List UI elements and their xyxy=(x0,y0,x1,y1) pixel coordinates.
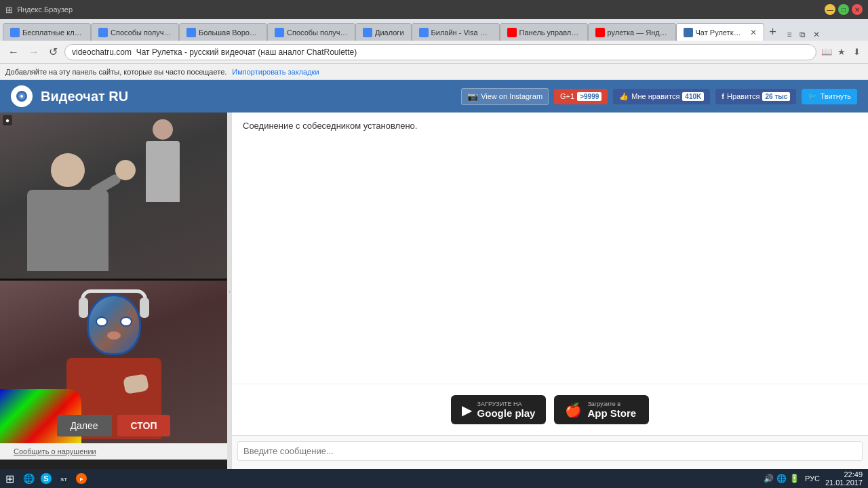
clock-date: 21.01.2017 xyxy=(825,479,863,487)
new-tab-button[interactable]: + xyxy=(764,23,782,41)
start-button[interactable]: ⊞ xyxy=(5,472,14,485)
stop-button[interactable]: СТОП xyxy=(117,415,171,436)
tab-label-3: Способы получен... xyxy=(287,28,348,37)
taskbar-icon-app[interactable]: F xyxy=(74,471,89,486)
refresh-button[interactable]: ↺ xyxy=(46,44,60,60)
remote-video-frame: ● xyxy=(0,113,227,279)
window-controls: — □ ✕ xyxy=(825,4,863,15)
video-controls: Далее СТОП xyxy=(0,415,227,436)
taskbar-icon-browser[interactable]: 🌐 xyxy=(21,471,36,486)
tab-0[interactable]: Бесплатные клю... xyxy=(3,23,91,41)
tab-label-1: Способы получен... xyxy=(111,28,172,37)
tab-3[interactable]: Способы получен... xyxy=(267,23,355,41)
tab-7[interactable]: рулетка — Яндекс... xyxy=(588,23,676,41)
taskbar-clock: 22:49 21.01.2017 xyxy=(825,470,863,487)
address-bar-icons: 📖 ★ ⬇ xyxy=(821,46,863,58)
taskbar-pinned-icons: 🌐 S ST F xyxy=(21,471,89,486)
bookmark-icon[interactable]: ★ xyxy=(835,46,848,58)
bookmarks-text: Добавляйте на эту панель сайты, которые … xyxy=(5,68,226,76)
tab-label-5: Билайн - Visa QI... xyxy=(431,28,492,37)
apple-icon: 🍎 xyxy=(565,402,582,418)
close-button[interactable]: ✕ xyxy=(852,4,863,15)
taskbar-right: 🔊 🌐 🔋 РУС 22:49 21.01.2017 xyxy=(764,470,863,487)
tab-4[interactable]: Диалоги xyxy=(355,23,412,41)
app-icon: F xyxy=(75,472,87,485)
page-content: Видеочат RU 📷 View on Instagram G+1 >999… xyxy=(0,80,868,469)
tab-6[interactable]: Панель управлен... xyxy=(500,23,588,41)
tray-icon-3: 🔋 xyxy=(789,474,800,483)
skype-icon: S xyxy=(40,472,52,485)
taskbar-icon-steam[interactable]: ST xyxy=(56,471,71,486)
window-close[interactable]: ✕ xyxy=(810,28,823,41)
tab-2[interactable]: Большая Ворон... xyxy=(179,23,267,41)
address-bar: ← → ↺ 📖 ★ ⬇ xyxy=(0,41,868,64)
url-input[interactable] xyxy=(64,44,816,60)
tab-label-7: рулетка — Яндекс... xyxy=(608,28,669,37)
header-actions: 📷 View on Instagram G+1 >9999 👍 Мне нрав… xyxy=(461,88,857,105)
browser-icon: ⊞ xyxy=(5,5,13,15)
minimize-button[interactable]: — xyxy=(825,4,835,15)
tab-favicon-2 xyxy=(186,28,196,37)
local-video: Далее СТОП xyxy=(0,281,227,443)
google-play-big-text: Google play xyxy=(477,407,536,419)
instagram-button[interactable]: 📷 View on Instagram xyxy=(461,88,549,105)
app-store-small-text: Загрузите в xyxy=(587,401,636,407)
chat-panel: Соединение с собеседником установлено. ▶… xyxy=(231,113,868,469)
forward-button[interactable]: → xyxy=(26,45,42,60)
google-play-small-text: ЗАГРУЗИТЕ НА xyxy=(477,401,536,407)
next-button[interactable]: Далее xyxy=(57,415,112,436)
tab-label-8: Чат Рулетка - р... xyxy=(696,28,745,37)
restore-button[interactable]: ⧉ xyxy=(797,28,808,41)
instagram-icon: 📷 xyxy=(467,92,478,102)
person2-silhouette xyxy=(14,153,122,275)
svg-text:ST: ST xyxy=(60,476,67,483)
reader-mode-icon[interactable]: 📖 xyxy=(821,46,833,58)
google-play-icon: ▶ xyxy=(462,402,472,418)
tab-favicon-8 xyxy=(684,28,693,37)
tab-label-6: Панель управлен... xyxy=(519,28,580,37)
tab-favicon-1 xyxy=(98,28,108,37)
remote-video: ● xyxy=(0,113,227,279)
maximize-button[interactable]: □ xyxy=(838,4,849,15)
tab-favicon-3 xyxy=(275,28,284,37)
google-play-badge[interactable]: ▶ ЗАГРУЗИТЕ НА Google play xyxy=(451,395,547,424)
tray-icon-1: 🔊 xyxy=(764,474,774,483)
browser-menu-buttons: ≡ ⧉ ✕ xyxy=(785,28,823,41)
remote-video-placeholder: ● xyxy=(0,113,227,279)
twitter-icon: 🐦 xyxy=(808,92,817,101)
chat-messages-area: Соединение с собеседником установлено. xyxy=(232,113,868,384)
tab-close-8[interactable]: ✕ xyxy=(750,28,757,37)
report-area: Сообщить о нарушении xyxy=(0,443,227,460)
tab-favicon-5 xyxy=(419,28,429,37)
taskbar-lang: РУС xyxy=(805,474,820,483)
video-panel: ● xyxy=(0,113,227,469)
fb-icon: f xyxy=(722,92,724,100)
tab-5[interactable]: Билайн - Visa QI... xyxy=(412,23,500,41)
browser-title-bar: ⊞ Яндекс.Браузер — □ ✕ xyxy=(0,0,868,19)
back-button[interactable]: ← xyxy=(5,45,22,60)
taskbar: ⊞ 🌐 S ST F 🔊 🌐 🔋 РУС xyxy=(0,469,868,488)
fb-like-button[interactable]: f Нравится 26 тыс xyxy=(715,89,796,104)
chat-input-area xyxy=(232,435,868,469)
twitter-button[interactable]: 🐦 Твитнуть xyxy=(802,89,857,104)
gplus-button[interactable]: G+1 >9999 xyxy=(554,89,608,104)
thumbs-up-icon: 👍 xyxy=(619,92,629,101)
chat-input[interactable] xyxy=(237,441,863,461)
tab-8[interactable]: Чат Рулетка - р... ✕ xyxy=(676,23,764,41)
tab-label-0: Бесплатные клю... xyxy=(22,28,83,37)
report-link[interactable]: Сообщить о нарушении xyxy=(14,447,96,455)
import-bookmarks-link[interactable]: Импортировать закладки xyxy=(232,68,319,76)
connection-message: Соединение с собеседником установлено. xyxy=(243,121,417,131)
app-store-text: Загрузите в App Store xyxy=(587,401,636,419)
download-icon[interactable]: ⬇ xyxy=(850,46,863,58)
camera-icon xyxy=(15,89,28,103)
tab-1[interactable]: Способы получен... xyxy=(91,23,179,41)
bookmarks-bar: Добавляйте на эту панель сайты, которые … xyxy=(0,64,868,80)
taskbar-icon-skype[interactable]: S xyxy=(39,471,54,486)
tab-list-button[interactable]: ≡ xyxy=(785,28,795,41)
app-store-badge[interactable]: 🍎 Загрузите в App Store xyxy=(554,395,649,424)
logo-text: Видеочат RU xyxy=(41,89,128,104)
like-button[interactable]: 👍 Мне нравится 410K xyxy=(613,89,710,104)
logo-icon xyxy=(11,85,33,107)
video-top-label: ● xyxy=(3,115,12,125)
